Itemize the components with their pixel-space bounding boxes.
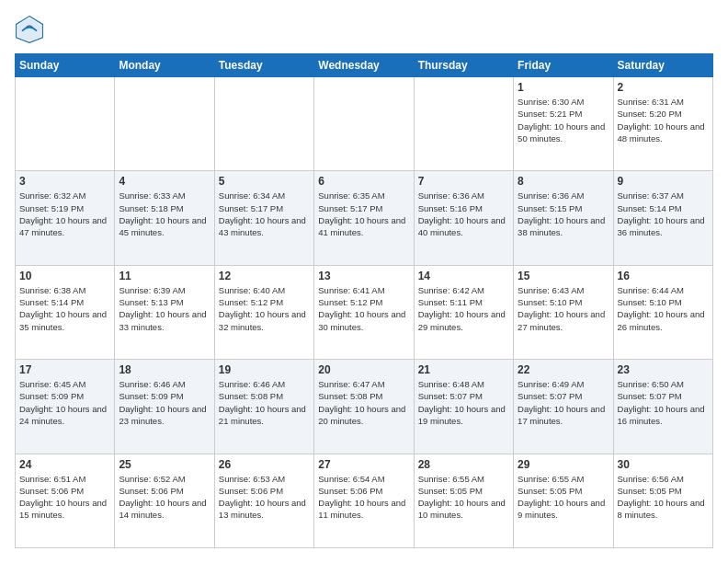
calendar-cell: 7Sunrise: 6:36 AM Sunset: 5:16 PM Daylig… — [414, 171, 513, 265]
calendar-cell: 5Sunrise: 6:34 AM Sunset: 5:17 PM Daylig… — [214, 171, 313, 265]
calendar-cell: 10Sunrise: 6:38 AM Sunset: 5:14 PM Dayli… — [16, 265, 115, 359]
calendar-cell: 17Sunrise: 6:45 AM Sunset: 5:09 PM Dayli… — [16, 360, 115, 454]
calendar-cell: 6Sunrise: 6:35 AM Sunset: 5:17 PM Daylig… — [314, 171, 414, 265]
calendar-cell: 27Sunrise: 6:54 AM Sunset: 5:06 PM Dayli… — [314, 454, 414, 547]
day-info: Sunrise: 6:47 AM Sunset: 5:08 PM Dayligh… — [318, 378, 409, 427]
header — [15, 15, 713, 44]
day-info: Sunrise: 6:54 AM Sunset: 5:06 PM Dayligh… — [318, 473, 409, 522]
calendar-cell: 22Sunrise: 6:49 AM Sunset: 5:07 PM Dayli… — [514, 360, 613, 454]
day-info: Sunrise: 6:55 AM Sunset: 5:05 PM Dayligh… — [418, 473, 509, 522]
day-info: Sunrise: 6:53 AM Sunset: 5:06 PM Dayligh… — [219, 473, 310, 522]
day-number: 23 — [618, 363, 709, 376]
day-number: 7 — [418, 175, 509, 188]
calendar-cell: 11Sunrise: 6:39 AM Sunset: 5:13 PM Dayli… — [115, 265, 214, 359]
day-number: 13 — [318, 270, 409, 282]
calendar-cell: 16Sunrise: 6:44 AM Sunset: 5:10 PM Dayli… — [613, 265, 712, 359]
calendar-cell — [115, 77, 214, 171]
day-info: Sunrise: 6:33 AM Sunset: 5:18 PM Dayligh… — [119, 190, 210, 238]
calendar-cell — [16, 77, 115, 171]
logo — [15, 15, 48, 44]
day-info: Sunrise: 6:43 AM Sunset: 5:10 PM Dayligh… — [518, 284, 609, 333]
day-number: 19 — [219, 363, 310, 376]
day-number: 30 — [618, 458, 709, 471]
day-info: Sunrise: 6:34 AM Sunset: 5:17 PM Dayligh… — [219, 190, 310, 238]
day-number: 28 — [418, 458, 509, 471]
day-number: 3 — [19, 175, 110, 188]
day-info: Sunrise: 6:45 AM Sunset: 5:09 PM Dayligh… — [19, 378, 110, 427]
calendar-cell: 19Sunrise: 6:46 AM Sunset: 5:08 PM Dayli… — [214, 360, 313, 454]
col-header-saturday: Saturday — [613, 54, 712, 77]
col-header-monday: Monday — [115, 54, 214, 77]
day-number: 12 — [219, 270, 310, 282]
day-number: 20 — [318, 363, 409, 376]
day-number: 2 — [618, 81, 709, 94]
col-header-tuesday: Tuesday — [214, 54, 313, 77]
day-info: Sunrise: 6:36 AM Sunset: 5:16 PM Dayligh… — [418, 190, 509, 238]
day-number: 15 — [518, 270, 609, 282]
day-number: 11 — [119, 270, 210, 282]
day-info: Sunrise: 6:44 AM Sunset: 5:10 PM Dayligh… — [618, 284, 709, 333]
calendar-cell: 9Sunrise: 6:37 AM Sunset: 5:14 PM Daylig… — [613, 171, 712, 265]
day-info: Sunrise: 6:30 AM Sunset: 5:21 PM Dayligh… — [518, 96, 609, 144]
day-number: 22 — [518, 363, 609, 376]
day-info: Sunrise: 6:56 AM Sunset: 5:05 PM Dayligh… — [618, 473, 709, 522]
day-number: 18 — [119, 363, 210, 376]
day-info: Sunrise: 6:48 AM Sunset: 5:07 PM Dayligh… — [418, 378, 509, 427]
day-info: Sunrise: 6:35 AM Sunset: 5:17 PM Dayligh… — [318, 190, 409, 238]
calendar-row-4: 17Sunrise: 6:45 AM Sunset: 5:09 PM Dayli… — [16, 360, 713, 454]
day-info: Sunrise: 6:40 AM Sunset: 5:12 PM Dayligh… — [219, 284, 310, 333]
page: SundayMondayTuesdayWednesdayThursdayFrid… — [0, 0, 728, 563]
day-number: 10 — [19, 270, 110, 282]
calendar-cell: 28Sunrise: 6:55 AM Sunset: 5:05 PM Dayli… — [414, 454, 513, 547]
day-number: 21 — [418, 363, 509, 376]
calendar-cell: 26Sunrise: 6:53 AM Sunset: 5:06 PM Dayli… — [214, 454, 313, 547]
day-number: 14 — [418, 270, 509, 282]
day-info: Sunrise: 6:46 AM Sunset: 5:08 PM Dayligh… — [219, 378, 310, 427]
logo-icon — [15, 15, 44, 44]
day-info: Sunrise: 6:41 AM Sunset: 5:12 PM Dayligh… — [318, 284, 409, 333]
calendar-cell: 15Sunrise: 6:43 AM Sunset: 5:10 PM Dayli… — [514, 265, 613, 359]
calendar-cell — [414, 77, 513, 171]
calendar-cell: 25Sunrise: 6:52 AM Sunset: 5:06 PM Dayli… — [115, 454, 214, 547]
col-header-sunday: Sunday — [16, 54, 115, 77]
calendar-cell: 1Sunrise: 6:30 AM Sunset: 5:21 PM Daylig… — [514, 77, 613, 171]
day-info: Sunrise: 6:38 AM Sunset: 5:14 PM Dayligh… — [19, 284, 110, 333]
calendar-row-1: 1Sunrise: 6:30 AM Sunset: 5:21 PM Daylig… — [16, 77, 713, 171]
day-number: 9 — [618, 175, 709, 188]
day-info: Sunrise: 6:46 AM Sunset: 5:09 PM Dayligh… — [119, 378, 210, 427]
day-info: Sunrise: 6:52 AM Sunset: 5:06 PM Dayligh… — [119, 473, 210, 522]
calendar-cell: 13Sunrise: 6:41 AM Sunset: 5:12 PM Dayli… — [314, 265, 414, 359]
calendar-cell: 30Sunrise: 6:56 AM Sunset: 5:05 PM Dayli… — [613, 454, 712, 547]
day-number: 1 — [518, 81, 609, 94]
day-info: Sunrise: 6:51 AM Sunset: 5:06 PM Dayligh… — [19, 473, 110, 522]
calendar-cell: 23Sunrise: 6:50 AM Sunset: 5:07 PM Dayli… — [613, 360, 712, 454]
calendar-row-5: 24Sunrise: 6:51 AM Sunset: 5:06 PM Dayli… — [16, 454, 713, 547]
day-number: 16 — [618, 270, 709, 282]
day-info: Sunrise: 6:36 AM Sunset: 5:15 PM Dayligh… — [518, 190, 609, 238]
calendar-cell: 24Sunrise: 6:51 AM Sunset: 5:06 PM Dayli… — [16, 454, 115, 547]
col-header-friday: Friday — [514, 54, 613, 77]
day-number: 26 — [219, 458, 310, 471]
col-header-thursday: Thursday — [414, 54, 513, 77]
day-info: Sunrise: 6:50 AM Sunset: 5:07 PM Dayligh… — [618, 378, 709, 427]
calendar-cell: 20Sunrise: 6:47 AM Sunset: 5:08 PM Dayli… — [314, 360, 414, 454]
calendar-cell — [314, 77, 414, 171]
day-number: 29 — [518, 458, 609, 471]
day-number: 5 — [219, 175, 310, 188]
calendar-cell: 18Sunrise: 6:46 AM Sunset: 5:09 PM Dayli… — [115, 360, 214, 454]
calendar-cell: 14Sunrise: 6:42 AM Sunset: 5:11 PM Dayli… — [414, 265, 513, 359]
calendar-cell: 8Sunrise: 6:36 AM Sunset: 5:15 PM Daylig… — [514, 171, 613, 265]
calendar-row-3: 10Sunrise: 6:38 AM Sunset: 5:14 PM Dayli… — [16, 265, 713, 359]
calendar-cell: 4Sunrise: 6:33 AM Sunset: 5:18 PM Daylig… — [115, 171, 214, 265]
day-number: 4 — [119, 175, 210, 188]
day-number: 25 — [119, 458, 210, 471]
day-info: Sunrise: 6:39 AM Sunset: 5:13 PM Dayligh… — [119, 284, 210, 333]
day-info: Sunrise: 6:42 AM Sunset: 5:11 PM Dayligh… — [418, 284, 509, 333]
calendar-table: SundayMondayTuesdayWednesdayThursdayFrid… — [15, 53, 713, 548]
day-number: 24 — [19, 458, 110, 471]
calendar-cell: 12Sunrise: 6:40 AM Sunset: 5:12 PM Dayli… — [214, 265, 313, 359]
calendar-cell: 2Sunrise: 6:31 AM Sunset: 5:20 PM Daylig… — [613, 77, 712, 171]
day-info: Sunrise: 6:31 AM Sunset: 5:20 PM Dayligh… — [618, 96, 709, 144]
calendar-row-2: 3Sunrise: 6:32 AM Sunset: 5:19 PM Daylig… — [16, 171, 713, 265]
day-number: 8 — [518, 175, 609, 188]
